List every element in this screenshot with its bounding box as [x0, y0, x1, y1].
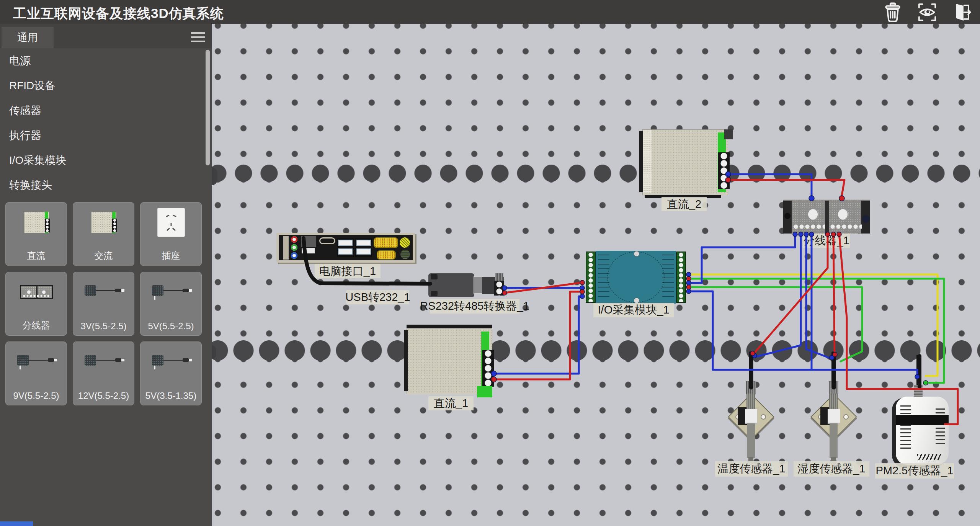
device-rs232-485-converter[interactable]: [428, 273, 504, 299]
device-label-splitter: 分线器_1: [803, 234, 850, 248]
app-title: 工业互联网设备及接线3D仿真系统: [13, 5, 224, 23]
sidebar-item-rfid[interactable]: RFID设备: [0, 73, 212, 98]
sidebar-item-sensor[interactable]: 传感器: [0, 98, 212, 123]
device-splitter[interactable]: [783, 199, 870, 234]
door-arrow-icon: [952, 2, 972, 22]
device-temperature-sensor[interactable]: [732, 351, 770, 466]
device-label-dc2: 直流_2: [662, 197, 707, 211]
device-label-dc1: 直流_1: [428, 396, 474, 410]
palette-item-5v-135-adapter[interactable]: 5V(3.5-1.35): [140, 341, 202, 405]
device-pm25-sensor[interactable]: [893, 355, 950, 432]
exit-button[interactable]: [947, 2, 976, 23]
device-label-usb232: USB转232_1: [346, 290, 409, 304]
adapter-thumbnail: [14, 353, 59, 370]
tab-general[interactable]: 通用: [2, 27, 54, 48]
palette-item-ac[interactable]: 交流: [73, 202, 134, 266]
sidebar-scrollbar[interactable]: [206, 50, 210, 165]
pegboard-hole-row: [212, 160, 980, 186]
preview-button[interactable]: [913, 2, 942, 23]
device-label-pm25: PM2.5传感器_1: [875, 463, 954, 479]
status-strip: [0, 521, 33, 526]
palette-item-12v-adapter[interactable]: 12V(5.5-2.5): [73, 341, 134, 405]
adapter-thumbnail: [82, 353, 126, 370]
trash-icon: [883, 2, 903, 22]
device-io-module[interactable]: [586, 251, 685, 304]
sidebar-item-adapter[interactable]: 转换接头: [0, 173, 212, 198]
splitter-thumbnail: [20, 285, 53, 299]
dc-power-thumbnail: [24, 212, 49, 233]
palette-item-9v-adapter[interactable]: 9V(5.5-2.5): [5, 341, 67, 405]
pegboard-hole-row: [212, 338, 980, 363]
device-humidity-sensor[interactable]: [814, 351, 853, 466]
component-sidebar: 通用 电源 RFID设备 传感器 执行器 I/O采集模块 转换接头 直流 交流 …: [0, 24, 212, 526]
sidebar-item-io-module[interactable]: I/O采集模块: [0, 148, 212, 173]
device-label-rs232-485: RS232转485转换器_1: [430, 299, 519, 314]
device-label-humidity: 湿度传感器_1: [794, 461, 869, 477]
device-label-io-module: I/O采集模块_1: [593, 303, 674, 317]
category-menu: 电源 RFID设备 传感器 执行器 I/O采集模块 转换接头: [0, 48, 212, 198]
palette-item-dc[interactable]: 直流: [5, 202, 67, 266]
device-dc-power-1[interactable]: [407, 328, 492, 394]
palette-item-splitter[interactable]: 分线器: [5, 272, 67, 336]
adapter-thumbnail: [82, 284, 126, 301]
adapter-thumbnail: [149, 284, 193, 301]
device-label-temperature: 温度传感器_1: [715, 461, 788, 477]
delete-button[interactable]: [878, 2, 907, 23]
eye-frame-icon: [917, 2, 937, 22]
component-palette: 直流 交流 插座 分线器 3V(5.5-2.5) 5V(5.5-2.5): [5, 202, 207, 405]
ac-power-thumbnail: [91, 212, 116, 233]
device-computer-port[interactable]: [276, 233, 415, 263]
sidebar-item-actuator[interactable]: 执行器: [0, 123, 212, 148]
adapter-thumbnail: [149, 353, 193, 370]
socket-thumbnail: [158, 208, 185, 237]
menu-icon[interactable]: [191, 32, 206, 42]
workspace-canvas[interactable]: 分线器_1: [212, 24, 980, 526]
title-bar: 工业互联网设备及接线3D仿真系统: [0, 0, 980, 24]
device-label-computer-port: 电脑接口_1: [315, 264, 381, 278]
toolbar: [878, 2, 976, 23]
device-dc-power-2[interactable]: [642, 129, 728, 195]
palette-item-socket[interactable]: 插座: [140, 202, 202, 266]
palette-item-5v-adapter[interactable]: 5V(5.5-2.5): [140, 272, 202, 336]
sidebar-tabbar: 通用: [0, 24, 212, 48]
sidebar-item-power[interactable]: 电源: [0, 48, 212, 73]
palette-item-3v-adapter[interactable]: 3V(5.5-2.5): [73, 272, 134, 336]
